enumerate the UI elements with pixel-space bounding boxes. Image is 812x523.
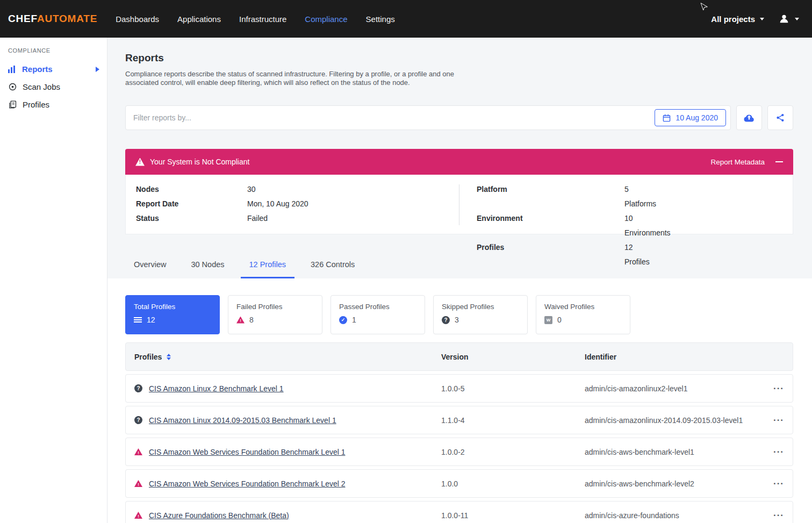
card-total-profiles[interactable]: Total Profiles 12 [125,295,220,334]
profile-identifier: admin/cis-aws-benchmark-level1 [585,448,763,456]
profile-link[interactable]: CIS Azure Foundations Benchmark (Beta) [149,511,289,520]
card-label: Passed Profiles [339,303,416,311]
card-count: 8 [249,316,254,324]
metadata-value: 12 Profiles [624,240,650,269]
filter-row: 10 Aug 2020 [125,105,793,130]
profiles-section: Total Profiles 12 Failed Profiles 8 Pass… [107,278,812,523]
banner-message: Your System is Not Compliant [150,157,249,166]
nav-item-infrastructure[interactable]: Infrastructure [239,15,286,24]
page-description: Compliance reports describe the status o… [125,70,459,87]
bar-chart-icon [8,66,17,73]
chevron-down-icon [760,18,764,20]
profile-link[interactable]: CIS Amazon Web Services Foundation Bench… [149,479,345,488]
nav-item-applications[interactable]: Applications [177,15,221,24]
passed-check-icon [339,316,347,324]
nav-item-dashboards[interactable]: Dashboards [116,15,159,24]
table-row: CIS Azure Foundations Benchmark (Beta) 1… [125,501,793,523]
user-menu[interactable] [778,13,799,25]
share-icon [775,113,785,123]
status-icon [134,448,142,455]
card-count: 3 [455,316,459,324]
failed-triangle-icon [236,317,245,324]
cloud-download-icon [743,113,756,123]
kebab-menu-icon[interactable] [763,386,784,391]
status-icon [134,416,142,424]
chevron-down-icon [795,18,799,20]
card-passed-profiles[interactable]: Passed Profiles 1 [330,295,425,334]
share-report-button[interactable] [767,105,793,130]
card-skipped-profiles[interactable]: Skipped Profiles 3 [433,295,528,334]
profile-link[interactable]: CIS Amazon Web Services Foundation Bench… [149,448,345,456]
minus-icon[interactable] [775,161,783,162]
status-cards: Total Profiles 12 Failed Profiles 8 Pass… [125,295,793,334]
calendar-icon [663,114,671,122]
sidebar-item-label: Reports [22,65,53,74]
projects-dropdown[interactable]: All projects [711,15,764,24]
sidebar-item-label: Profiles [23,100,49,109]
sort-icon[interactable] [167,354,171,360]
not-compliant-banner: Your System is Not Compliant Report Meta… [125,149,793,175]
metadata-value: 5 Platforms [624,182,656,211]
column-header-version: Version [441,353,585,361]
card-label: Failed Profiles [236,303,314,311]
chevron-right-icon [96,67,99,72]
sidebar-heading: COMPLIANCE [8,47,99,54]
scan-icon [8,82,17,91]
status-icon [134,512,142,519]
sidebar-item-label: Scan Jobs [23,82,60,91]
card-label: Total Profiles [134,303,211,311]
nav-item-compliance[interactable]: Compliance [305,15,347,24]
status-icon [134,480,142,487]
list-icon [134,317,142,323]
warning-icon [135,158,145,166]
logo-chef-text: CHEF [8,13,37,24]
metadata-label: Environment [477,211,624,240]
table-row: CIS Amazon Linux 2 Benchmark Level 1 1.0… [125,374,793,403]
kebab-menu-icon[interactable] [763,418,784,423]
date-picker-label: 10 Aug 2020 [676,113,718,122]
table-row: CIS Amazon Linux 2014.09-2015.03 Benchma… [125,406,793,434]
card-label: Waived Profiles [544,303,622,311]
kebab-menu-icon[interactable] [763,481,784,486]
logo-automate-text: AUTOMATE [37,13,97,24]
download-report-button[interactable] [736,105,762,130]
date-picker-button[interactable]: 10 Aug 2020 [655,109,726,126]
card-label: Skipped Profiles [442,303,519,311]
metadata-label: Platform [477,182,624,211]
card-count: 12 [147,316,155,324]
filter-bar: 10 Aug 2020 [125,105,731,130]
page-title: Reports [125,52,793,64]
profile-link[interactable]: CIS Amazon Linux 2014.09-2015.03 Benchma… [149,416,336,425]
metadata-label: Profiles [477,240,624,269]
profiles-table: Profiles Version Identifier CIS Amazon L… [125,342,793,523]
profile-version: 1.0.0-11 [441,511,585,520]
report-metadata-link[interactable]: Report Metadata [710,158,765,166]
top-nav: CHEFAUTOMATE Dashboards Applications Inf… [0,0,812,38]
profile-identifier: admin/cis-aws-benchmark-level2 [585,479,763,488]
profile-link[interactable]: CIS Amazon Linux 2 Benchmark Level 1 [149,384,284,393]
chef-automate-logo[interactable]: CHEFAUTOMATE [8,13,97,25]
column-header-identifier: Identifier [585,353,763,361]
column-header-profiles: Profiles [134,353,441,361]
card-waived-profiles[interactable]: Waived Profiles 0 [536,295,630,334]
kebab-menu-icon[interactable] [763,449,784,455]
profile-version: 1.1.0-4 [441,416,585,425]
primary-nav: Dashboards Applications Infrastructure C… [116,15,395,24]
filter-input[interactable] [133,113,655,122]
card-count: 0 [557,316,562,324]
metadata-value: 10 Environments [624,211,671,240]
kebab-menu-icon[interactable] [763,513,784,518]
compliance-sidebar: COMPLIANCE Reports Scan Jobs Profiles [0,38,107,523]
sidebar-item-reports[interactable]: Reports [0,60,107,78]
status-icon [134,384,142,392]
sidebar-item-profiles[interactable]: Profiles [0,96,107,113]
profile-identifier: admin/cis-amazonlinux-2014.09-2015.03-le… [585,416,763,425]
card-failed-profiles[interactable]: Failed Profiles 8 [228,295,322,334]
person-icon [778,13,790,25]
metadata-right-column: Platform 5 Platforms Environment 10 Envi… [126,182,477,269]
sidebar-item-scan-jobs[interactable]: Scan Jobs [0,78,107,96]
content-top: Reports Compliance reports describe the … [107,52,812,278]
profile-identifier: admin/cis-azure-foundations [585,511,763,520]
skipped-question-icon [442,316,450,324]
nav-item-settings[interactable]: Settings [366,15,395,24]
